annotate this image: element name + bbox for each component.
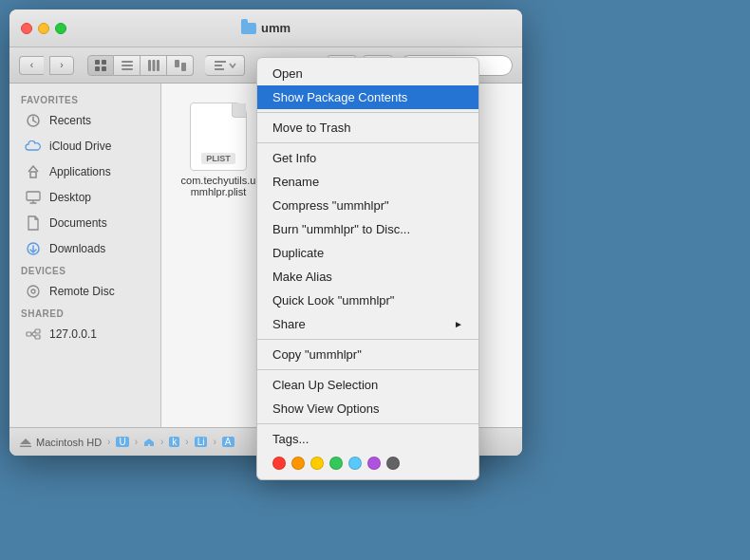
menu-item-share[interactable]: Share ► <box>257 312 478 336</box>
svg-point-27 <box>31 289 35 293</box>
menu-item-clean-up[interactable]: Clean Up Selection <box>257 373 478 397</box>
tag-blue[interactable] <box>348 457 362 470</box>
folder-icon <box>241 23 256 34</box>
tag-red[interactable] <box>272 457 286 470</box>
sidebar-item-remote-disc[interactable]: Remote Disc <box>13 279 157 304</box>
plist-file-icon: PLIST <box>190 103 247 171</box>
file-type-label: PLIST <box>201 153 235 164</box>
menu-separator <box>257 369 478 370</box>
menu-item-open[interactable]: Open <box>257 62 478 85</box>
menu-item-compress[interactable]: Compress "ummhlpr" <box>257 194 478 217</box>
column-view-button[interactable] <box>141 55 167 76</box>
svg-rect-9 <box>157 60 159 71</box>
sidebar-item-desktop[interactable]: Desktop <box>13 185 157 210</box>
sidebar-item-label: Desktop <box>49 191 91 204</box>
tag-green[interactable] <box>329 457 343 470</box>
forward-button[interactable]: › <box>49 56 74 75</box>
menu-separator <box>257 423 478 424</box>
menu-item-tags[interactable]: Tags... <box>257 427 478 451</box>
path-segment[interactable]: Macintosh HD <box>36 437 102 448</box>
svg-rect-28 <box>27 332 31 336</box>
menu-item-move-trash[interactable]: Move to Trash <box>257 116 478 140</box>
minimize-button[interactable] <box>38 23 49 34</box>
network-icon <box>25 326 42 343</box>
close-button[interactable] <box>21 23 32 34</box>
sidebar-item-label: 127.0.0.1 <box>49 327 97 341</box>
menu-item-rename[interactable]: Rename <box>257 170 478 194</box>
menu-item-show-package[interactable]: Show Package Contents <box>257 85 478 109</box>
home-icon <box>143 438 155 446</box>
sidebar-item-label: iCloud Drive <box>49 140 111 153</box>
title-bar: umm <box>9 9 522 47</box>
back-button[interactable]: ‹ <box>19 56 44 75</box>
svg-rect-12 <box>215 61 226 63</box>
path-segment[interactable]: Li <box>195 437 208 447</box>
sidebar-item-downloads[interactable]: Downloads <box>13 236 157 261</box>
svg-rect-1 <box>102 60 106 65</box>
cloud-icon <box>25 138 42 155</box>
tag-gray[interactable] <box>386 457 400 470</box>
svg-line-32 <box>31 334 35 337</box>
menu-item-make-alias[interactable]: Make Alias <box>257 265 478 289</box>
cover-flow-button[interactable] <box>167 55 194 76</box>
svg-rect-30 <box>35 335 40 339</box>
window-title: umm <box>241 21 291 35</box>
svg-rect-14 <box>215 68 224 70</box>
svg-point-26 <box>28 286 39 297</box>
sidebar-item-documents[interactable]: Documents <box>13 211 157 235</box>
svg-rect-4 <box>122 61 133 63</box>
menu-item-get-info[interactable]: Get Info <box>257 146 478 170</box>
sidebar-item-applications[interactable]: Applications <box>13 159 157 184</box>
zoom-button[interactable] <box>55 23 66 34</box>
tag-purple[interactable] <box>367 457 381 470</box>
list-view-button[interactable] <box>114 55 141 76</box>
path-segment[interactable]: U <box>116 437 128 447</box>
menu-item-quick-look[interactable]: Quick Look "ummhlpr" <box>257 289 478 312</box>
arrange-button[interactable] <box>205 55 245 76</box>
svg-rect-13 <box>215 65 222 66</box>
menu-separator <box>257 112 478 113</box>
download-icon <box>25 240 42 257</box>
file-item-plist[interactable]: PLIST com.techyutils.ummhlpr.plist <box>176 98 261 202</box>
traffic-lights <box>21 23 66 34</box>
svg-rect-36 <box>20 445 31 447</box>
path-segment[interactable]: k <box>169 437 179 447</box>
svg-rect-7 <box>148 60 151 71</box>
sidebar-item-icloud[interactable]: iCloud Drive <box>13 134 157 159</box>
shared-label: Shared <box>9 305 160 321</box>
svg-rect-21 <box>27 192 40 200</box>
tags-row <box>257 451 478 476</box>
svg-rect-6 <box>122 68 133 70</box>
icon-view-button[interactable] <box>87 55 114 76</box>
menu-item-view-options[interactable]: Show View Options <box>257 397 478 420</box>
file-name: com.techyutils.ummhlpr.plist <box>181 175 256 197</box>
view-buttons <box>87 55 194 76</box>
sidebar: Favorites Recents iCloud Drive Applicati… <box>9 84 161 427</box>
apps-icon <box>25 163 42 180</box>
menu-item-burn[interactable]: Burn "ummhlpr" to Disc... <box>257 217 478 241</box>
menu-item-duplicate[interactable]: Duplicate <box>257 241 478 265</box>
svg-rect-2 <box>95 66 100 71</box>
path-segment[interactable]: A <box>222 437 234 447</box>
submenu-arrow: ► <box>454 319 463 329</box>
svg-line-31 <box>31 331 35 334</box>
menu-separator <box>257 142 478 143</box>
svg-rect-11 <box>181 63 186 71</box>
context-menu: Open Show Package Contents Move to Trash… <box>256 57 479 480</box>
doc-icon <box>25 215 42 232</box>
svg-line-20 <box>33 121 36 122</box>
menu-item-copy[interactable]: Copy "ummhlpr" <box>257 343 478 366</box>
tag-yellow[interactable] <box>310 457 324 470</box>
tag-orange[interactable] <box>291 457 305 470</box>
disc-icon <box>25 283 42 300</box>
sidebar-item-label: Downloads <box>49 242 105 255</box>
svg-rect-5 <box>122 65 133 66</box>
devices-label: Devices <box>9 262 160 278</box>
svg-rect-29 <box>35 329 40 333</box>
sidebar-item-ip[interactable]: 127.0.0.1 <box>13 322 157 346</box>
clock-icon <box>25 112 42 129</box>
sidebar-item-label: Applications <box>49 165 111 178</box>
svg-rect-0 <box>95 60 100 65</box>
sidebar-item-recents[interactable]: Recents <box>13 108 157 133</box>
svg-marker-35 <box>20 439 31 444</box>
